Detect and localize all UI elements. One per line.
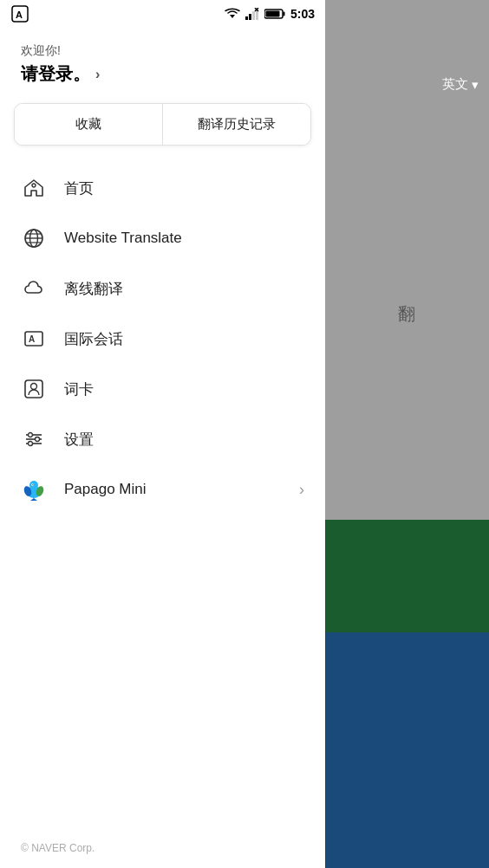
nav-item-international-talk[interactable]: A 国际会话 bbox=[0, 314, 325, 364]
svg-point-13 bbox=[32, 184, 36, 187]
drawer-footer: © NAVER Corp. bbox=[0, 828, 325, 868]
svg-point-28 bbox=[29, 442, 33, 446]
svg-point-22 bbox=[31, 384, 37, 390]
cloud-icon bbox=[21, 275, 47, 301]
translate-icon: 翻 bbox=[394, 301, 419, 325]
drawer-panel: A 5:03 bbox=[0, 0, 325, 868]
nav-item-home[interactable]: 首页 bbox=[0, 163, 325, 213]
login-text: 请登录。 bbox=[21, 62, 90, 86]
card-icon: A bbox=[21, 326, 47, 352]
wifi-icon bbox=[225, 8, 240, 20]
svg-rect-5 bbox=[249, 14, 251, 20]
settings-icon bbox=[21, 426, 47, 452]
tab-history[interactable]: 翻译历史记录 bbox=[163, 104, 310, 145]
globe-icon bbox=[21, 225, 47, 251]
home-icon bbox=[21, 175, 47, 201]
nav-label-international-talk: 国际会话 bbox=[64, 329, 123, 349]
svg-marker-3 bbox=[230, 15, 235, 18]
svg-point-26 bbox=[29, 433, 33, 437]
svg-marker-36 bbox=[30, 498, 37, 501]
nav-label-website-translate: Website Translate bbox=[64, 230, 182, 247]
tab-container: 收藏 翻译历史记录 bbox=[14, 103, 311, 146]
svg-rect-12 bbox=[265, 11, 279, 17]
svg-rect-4 bbox=[245, 16, 248, 20]
nav-label-offline-translate: 离线翻译 bbox=[64, 279, 123, 299]
status-right: 5:03 bbox=[225, 7, 315, 21]
a-icon: A bbox=[10, 4, 29, 23]
right-panel-bottom bbox=[324, 632, 489, 868]
svg-point-27 bbox=[36, 437, 40, 442]
svg-rect-11 bbox=[283, 12, 284, 16]
nav-label-home: 首页 bbox=[64, 178, 94, 198]
svg-rect-6 bbox=[252, 11, 255, 20]
nav-item-papago-mini[interactable]: Papago Mini › bbox=[0, 464, 325, 515]
nav-label-settings: 设置 bbox=[64, 430, 94, 450]
right-panel: 英文 ▾ 翻 bbox=[324, 0, 489, 868]
right-panel-top: 英文 ▾ 翻 bbox=[324, 0, 489, 520]
nav-item-offline-translate[interactable]: 离线翻译 bbox=[0, 263, 325, 314]
welcome-greeting: 欢迎你! bbox=[21, 43, 304, 59]
nav-item-settings[interactable]: 设置 bbox=[0, 414, 325, 464]
nav-item-website-translate[interactable]: Website Translate bbox=[0, 213, 325, 263]
tab-favorites[interactable]: 收藏 bbox=[15, 104, 163, 145]
signal-icon bbox=[245, 8, 259, 20]
nav-label-papago-mini: Papago Mini bbox=[64, 481, 282, 498]
flashcard-icon bbox=[21, 376, 47, 402]
nav-list: 首页 Website Translate 离线翻译 bbox=[0, 159, 325, 828]
svg-point-34 bbox=[32, 484, 33, 485]
papago-chevron: › bbox=[299, 481, 304, 499]
nav-item-flashcard[interactable]: 词卡 bbox=[0, 364, 325, 414]
login-chevron: › bbox=[95, 67, 100, 82]
svg-point-32 bbox=[29, 481, 38, 489]
svg-text:A: A bbox=[29, 334, 35, 344]
language-label[interactable]: 英文 bbox=[442, 76, 468, 93]
battery-icon bbox=[264, 9, 285, 19]
svg-text:翻: 翻 bbox=[398, 304, 415, 323]
papago-logo-icon bbox=[21, 476, 47, 502]
welcome-section: 欢迎你! 请登录。 › bbox=[0, 28, 325, 100]
nav-label-flashcard: 词卡 bbox=[64, 379, 94, 399]
copyright-text: © NAVER Corp. bbox=[21, 842, 95, 854]
svg-text:A: A bbox=[16, 10, 23, 20]
status-time: 5:03 bbox=[290, 7, 315, 21]
welcome-login[interactable]: 请登录。 › bbox=[21, 62, 304, 86]
status-left: A bbox=[10, 4, 29, 23]
right-panel-middle bbox=[324, 520, 489, 632]
status-bar: A 5:03 bbox=[0, 0, 325, 28]
